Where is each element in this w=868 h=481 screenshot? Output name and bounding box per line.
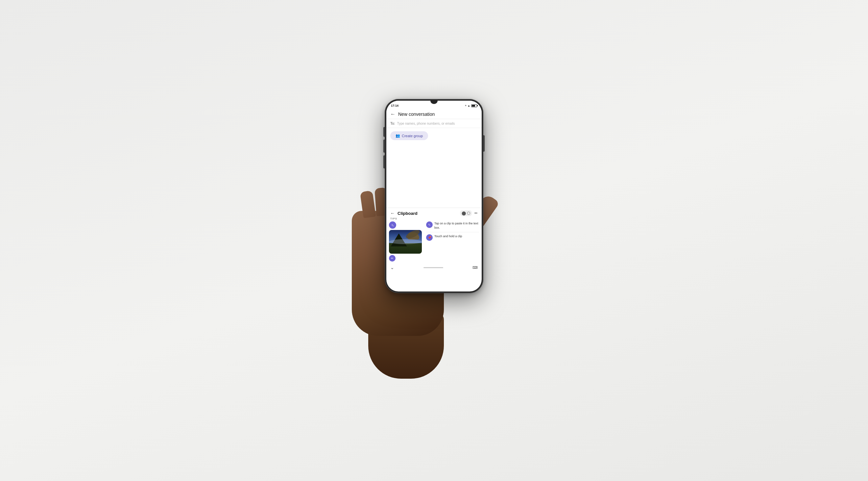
conversation-header: ← New conversation bbox=[386, 109, 482, 119]
clip-image-panel: ⬁ bbox=[389, 221, 424, 262]
status-time: 17:14 bbox=[391, 104, 399, 107]
keyboard-icon[interactable]: ⌨ bbox=[472, 266, 478, 270]
tip1: ⬁ Tap on a clip to paste it in the text … bbox=[426, 221, 479, 230]
to-label: To: bbox=[390, 121, 395, 125]
tips-label: TIPS bbox=[386, 217, 482, 221]
clip-image-icon: ⬁ bbox=[389, 221, 396, 229]
clipboard-content: ⬁ bbox=[386, 221, 482, 262]
bixby-button bbox=[383, 155, 385, 169]
phone-frame: 17:14 + ▲ ← New conversation bbox=[385, 99, 483, 293]
create-group-label: Create group bbox=[402, 134, 423, 138]
home-indicator bbox=[424, 267, 443, 268]
clipboard-toggle-icon[interactable]: ⬤ ⬡ bbox=[460, 210, 472, 216]
clipboard-header: ← Clipboard ⬤ ⬡ ✏ bbox=[386, 208, 482, 217]
tip2: 📌 Touch and hold a clip bbox=[426, 234, 479, 241]
volume-up-button bbox=[383, 127, 385, 137]
chevron-down-icon[interactable]: ⌄ bbox=[390, 265, 394, 270]
signal-icon: ▲ bbox=[468, 104, 470, 107]
status-icons: + ▲ bbox=[465, 104, 477, 107]
tip1-icon: ⬁ bbox=[426, 221, 433, 228]
clipboard-section: ← Clipboard ⬤ ⬡ ✏ TIPS ⬁ bbox=[386, 208, 482, 273]
volume-down-button bbox=[383, 140, 385, 153]
phone-screen: 17:14 + ▲ ← New conversation bbox=[386, 101, 482, 292]
to-field[interactable]: To: Type names, phone numbers, or emails bbox=[386, 119, 482, 128]
to-input-placeholder: Type names, phone numbers, or emails bbox=[397, 122, 455, 125]
empty-conversation-area bbox=[386, 144, 482, 208]
battery-icon bbox=[471, 104, 477, 107]
clip-tips-panel: ⬁ Tap on a clip to paste it in the text … bbox=[426, 221, 479, 262]
tip2-icon: 📌 bbox=[426, 234, 433, 241]
tip2-text: Touch and hold a clip bbox=[434, 234, 462, 239]
bluetooth-icon: + bbox=[465, 104, 467, 107]
conversation-title: New conversation bbox=[398, 112, 435, 117]
phone-hand-container: 17:14 + ▲ ← New conversation bbox=[359, 99, 509, 362]
clipboard-edit-icon[interactable]: ✏ bbox=[474, 211, 478, 215]
clipboard-back-icon[interactable]: ← bbox=[390, 211, 395, 216]
create-group-icon: 👥 bbox=[396, 133, 400, 138]
create-group-button[interactable]: 👥 Create group bbox=[390, 131, 428, 140]
power-button bbox=[483, 135, 485, 152]
new-conversation-screen: ← New conversation To: Type names, phone… bbox=[386, 109, 482, 208]
clip-edit-button[interactable]: ✏ bbox=[389, 255, 396, 262]
clipboard-title: Clipboard bbox=[398, 211, 417, 216]
back-icon[interactable]: ← bbox=[390, 111, 396, 117]
bottom-nav: ⌄ ⌨ bbox=[386, 263, 482, 273]
clipboard-action-icons: ⬤ ⬡ ✏ bbox=[460, 210, 478, 216]
tip1-text: Tap on a clip to paste it in the text bo… bbox=[434, 221, 479, 230]
clip-image[interactable] bbox=[389, 230, 422, 254]
clipboard-header-left: ← Clipboard bbox=[390, 211, 417, 216]
tip-divider bbox=[426, 232, 479, 232]
